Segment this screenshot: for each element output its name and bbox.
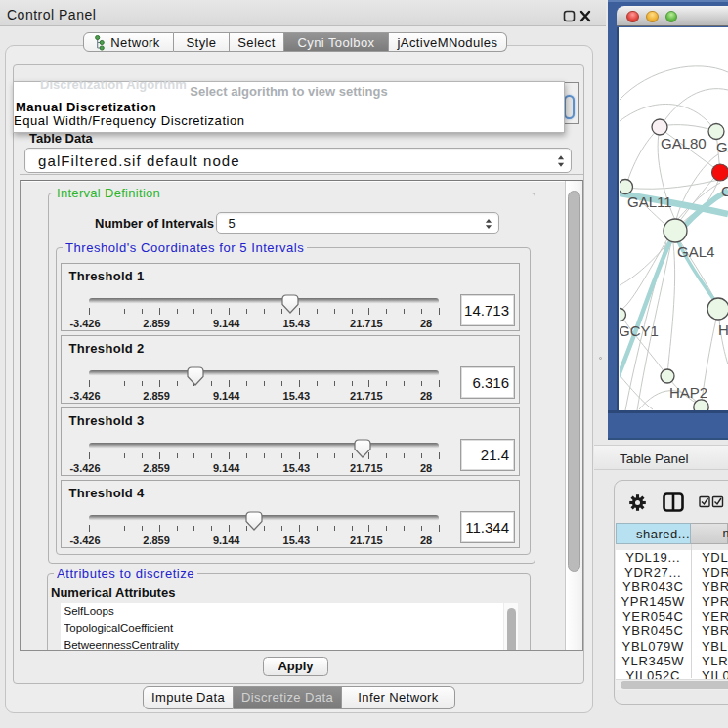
svg-text:CD: CD: [721, 183, 728, 199]
svg-text:GAL11: GAL11: [627, 193, 672, 210]
svg-text:HIS: HIS: [718, 321, 728, 338]
svg-text:GAL2: GAL2: [716, 139, 728, 155]
svg-text:GAL80: GAL80: [661, 135, 707, 151]
svg-text:HAP2: HAP2: [669, 384, 707, 401]
svg-text:GAL4: GAL4: [677, 243, 714, 260]
svg-text:GCY1: GCY1: [620, 322, 659, 339]
